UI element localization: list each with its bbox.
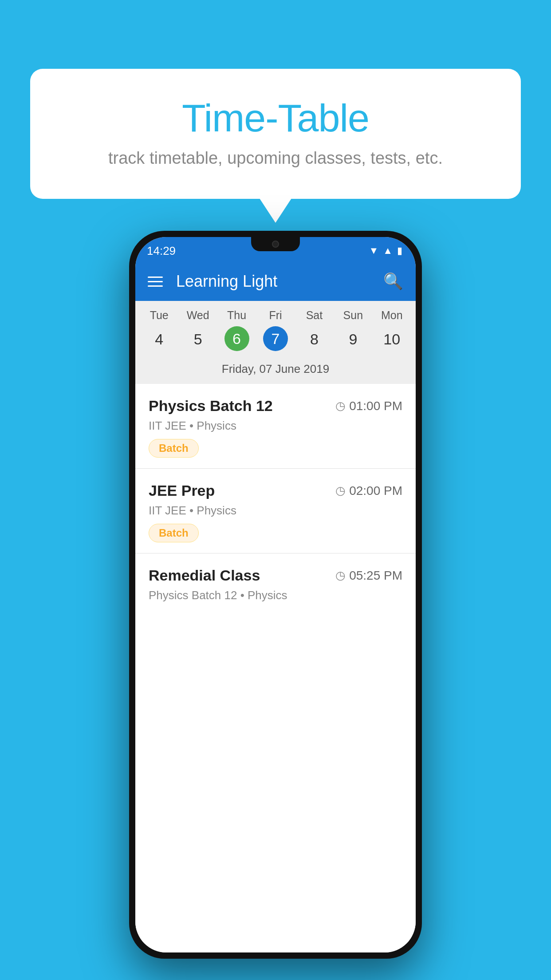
batch-badge-2: Batch [149, 524, 199, 542]
phone-screen: 14:29 ▼ ▲ ▮ Learning Light 🔍 [135, 237, 416, 952]
date-7-selected[interactable]: 7 [263, 326, 288, 351]
battery-icon: ▮ [397, 245, 402, 257]
bubble-title: Time-Table [66, 95, 485, 141]
selected-date-label: Friday, 07 June 2019 [135, 359, 416, 384]
class-time-3: ◷ 05:25 PM [335, 569, 402, 583]
schedule-item-1[interactable]: Physics Batch 12 ◷ 01:00 PM IIT JEE • Ph… [135, 384, 416, 469]
day-header-tue: Tue [140, 309, 178, 322]
clock-icon-1: ◷ [335, 399, 346, 413]
day-header-mon: Mon [373, 309, 411, 322]
class-title-1: Physics Batch 12 [149, 397, 273, 415]
phone-notch [251, 237, 300, 251]
batch-badge-1: Batch [149, 439, 199, 458]
schedule-list: Physics Batch 12 ◷ 01:00 PM IIT JEE • Ph… [135, 384, 416, 952]
bubble-subtitle: track timetable, upcoming classes, tests… [66, 149, 485, 168]
schedule-item-2[interactable]: JEE Prep ◷ 02:00 PM IIT JEE • Physics Ba… [135, 469, 416, 553]
class-subtitle-2: IIT JEE • Physics [149, 504, 402, 518]
schedule-item-1-header: Physics Batch 12 ◷ 01:00 PM [149, 397, 402, 415]
day-header-fri: Fri [256, 309, 295, 322]
day-header-thu: Thu [217, 309, 256, 322]
schedule-item-3-header: Remedial Class ◷ 05:25 PM [149, 567, 402, 584]
class-time-1: ◷ 01:00 PM [335, 399, 402, 413]
camera-dot [272, 241, 279, 248]
date-9[interactable]: 9 [334, 326, 372, 352]
date-6-today[interactable]: 6 [224, 326, 249, 351]
class-title-3: Remedial Class [149, 567, 260, 584]
clock-icon-2: ◷ [335, 484, 346, 498]
schedule-item-3[interactable]: Remedial Class ◷ 05:25 PM Physics Batch … [135, 553, 416, 613]
class-subtitle-1: IIT JEE • Physics [149, 419, 402, 433]
day-numbers: 4 5 6 7 8 9 10 [135, 324, 416, 359]
class-subtitle-3: Physics Batch 12 • Physics [149, 589, 402, 602]
date-10[interactable]: 10 [373, 326, 411, 352]
status-icons: ▼ ▲ ▮ [369, 245, 402, 257]
class-time-2: ◷ 02:00 PM [335, 484, 402, 498]
app-bar: Learning Light 🔍 [135, 262, 416, 301]
class-title-2: JEE Prep [149, 482, 215, 499]
day-header-sun: Sun [334, 309, 372, 322]
date-8[interactable]: 8 [295, 326, 334, 352]
date-5[interactable]: 5 [178, 326, 217, 352]
calendar-section: Tue Wed Thu Fri Sat Sun Mon 4 5 6 7 8 9 … [135, 301, 416, 384]
phone-outer: 14:29 ▼ ▲ ▮ Learning Light 🔍 [129, 231, 422, 959]
wifi-icon: ▼ [369, 245, 378, 257]
day-header-wed: Wed [178, 309, 217, 322]
day-header-sat: Sat [295, 309, 334, 322]
status-time: 14:29 [147, 244, 176, 258]
app-title: Learning Light [176, 272, 383, 291]
schedule-item-2-header: JEE Prep ◷ 02:00 PM [149, 482, 402, 499]
day-headers: Tue Wed Thu Fri Sat Sun Mon [135, 301, 416, 324]
signal-icon: ▲ [383, 245, 393, 257]
hamburger-icon[interactable] [148, 277, 163, 287]
speech-bubble: Time-Table track timetable, upcoming cla… [30, 69, 521, 199]
clock-icon-3: ◷ [335, 569, 346, 582]
speech-bubble-wrapper: Time-Table track timetable, upcoming cla… [30, 69, 521, 199]
search-icon[interactable]: 🔍 [383, 272, 403, 291]
date-4[interactable]: 4 [140, 326, 178, 352]
phone-mockup: 14:29 ▼ ▲ ▮ Learning Light 🔍 [129, 231, 422, 959]
